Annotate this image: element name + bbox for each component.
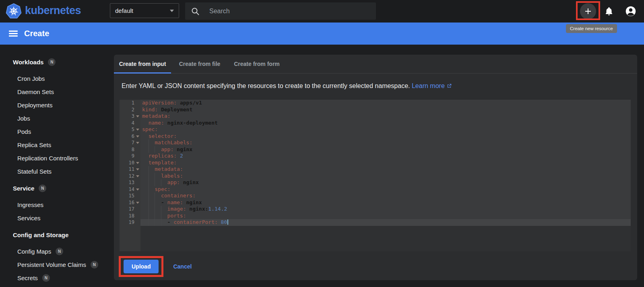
search-bar[interactable]	[185, 2, 376, 20]
code-line: labels:	[140, 173, 631, 180]
new-badge: N	[91, 261, 98, 269]
menu-icon[interactable]	[9, 29, 18, 38]
sidebar-item-stateful-sets[interactable]: Stateful Sets	[0, 165, 114, 178]
code-line: kind: Deployment	[140, 107, 631, 113]
gutter-line-number: 9	[120, 153, 140, 160]
new-badge: N	[42, 274, 50, 282]
action-row: Upload Cancel	[124, 260, 637, 273]
tooltip-create-new-resource: Create new resource	[566, 24, 617, 33]
search-input[interactable]	[209, 8, 370, 15]
code-line: - name: nginx	[140, 199, 631, 206]
gutter-line-number: 18	[120, 213, 140, 219]
code-line: matchLabels:	[140, 139, 631, 146]
sidebar-item-ingresses[interactable]: Ingresses	[0, 198, 114, 211]
account-button[interactable]	[625, 6, 636, 17]
code-line: spec:	[140, 126, 631, 133]
external-link-icon	[446, 83, 452, 89]
kubernetes-logo-icon	[6, 3, 22, 21]
gutter-line-number: 14	[120, 186, 140, 193]
sidebar-section-service[interactable]: ServiceN	[0, 181, 114, 195]
tab-create-from-input[interactable]: Create from input	[114, 55, 171, 73]
sidebar-item-deployments[interactable]: Deployments	[0, 98, 114, 112]
gutter-line-number: 5	[120, 126, 140, 133]
sidebar-item-pods[interactable]: Pods	[0, 125, 114, 138]
code-line: containers:	[140, 193, 631, 199]
sidebar-item-daemon-sets[interactable]: Daemon Sets	[0, 85, 114, 98]
page-title: Create	[24, 29, 49, 38]
new-badge: N	[56, 248, 63, 255]
fold-arrow-icon	[136, 175, 139, 177]
cancel-button[interactable]: Cancel	[173, 263, 192, 270]
instruction-text: Enter YAML or JSON content specifying th…	[122, 82, 637, 90]
gutter-line-number: 8	[120, 146, 140, 153]
fold-arrow-icon	[136, 189, 139, 191]
code-line: apiVersion: apps/v1	[140, 100, 631, 107]
annotation-box-add-button	[576, 1, 600, 20]
code-line: spec:	[140, 186, 631, 193]
code-line: template:	[140, 160, 631, 166]
account-icon	[625, 6, 636, 17]
notifications-button[interactable]	[604, 6, 614, 16]
tab-create-from-form[interactable]: Create from form	[228, 55, 285, 73]
sidebar-nav: WorkloadsNCron JobsDaemon SetsDeployment…	[0, 45, 114, 287]
code-line: ports:	[140, 213, 631, 219]
editor-gutter: 12345678910111213141516171819	[120, 100, 140, 251]
gutter-line-number: 19	[120, 219, 140, 226]
namespace-value: default	[115, 7, 133, 14]
fold-arrow-icon	[136, 168, 139, 170]
gutter-line-number: 6	[120, 133, 140, 140]
code-line: app: nginx	[140, 146, 631, 153]
gutter-line-number: 1	[120, 100, 140, 107]
app-bar: Create	[0, 23, 644, 45]
gutter-line-number: 2	[120, 107, 140, 113]
top-bar: kubernetes default	[0, 0, 644, 23]
bell-icon	[604, 6, 614, 16]
sidebar-item-persistent-volume-claims[interactable]: Persistent Volume ClaimsN	[0, 258, 114, 271]
fold-arrow-icon	[136, 129, 139, 131]
sidebar-section-workloads[interactable]: WorkloadsN	[0, 55, 114, 69]
active-tab-indicator	[114, 72, 171, 74]
sidebar-item-replica-sets[interactable]: Replica Sets	[0, 138, 114, 152]
fold-arrow-icon	[136, 115, 139, 117]
create-card: Create from input Create from file Creat…	[114, 55, 637, 280]
gutter-line-number: 17	[120, 206, 140, 213]
sidebar-item-replication-controllers[interactable]: Replication Controllers	[0, 152, 114, 165]
code-line: name: nginx-deployment	[140, 120, 631, 127]
sidebar-item-services[interactable]: Services	[0, 211, 114, 225]
brand-wordmark[interactable]: kubernetes	[25, 4, 81, 17]
gutter-line-number: 15	[120, 193, 140, 199]
fold-arrow-icon	[136, 202, 139, 204]
sidebar-item-cron-jobs[interactable]: Cron Jobs	[0, 72, 114, 85]
tab-create-from-file[interactable]: Create from file	[171, 55, 228, 73]
learn-more-link[interactable]: Learn more	[412, 82, 452, 89]
tab-bar: Create from input Create from file Creat…	[114, 55, 637, 74]
dropdown-caret-icon	[170, 10, 174, 12]
gutter-line-number: 7	[120, 139, 140, 146]
gutter-line-number: 12	[120, 173, 140, 180]
code-line: - containerPort: 80	[140, 219, 631, 226]
sidebar-item-secrets[interactable]: SecretsN	[0, 271, 114, 285]
text-cursor	[227, 219, 228, 225]
new-badge: N	[48, 58, 56, 66]
fold-arrow-icon	[136, 162, 139, 164]
gutter-line-number: 13	[120, 179, 140, 186]
code-line: app: nginx	[140, 179, 631, 186]
gutter-line-number: 3	[120, 113, 140, 120]
new-badge: N	[39, 184, 46, 192]
code-line: metadata:	[140, 166, 631, 173]
code-line: replicas: 2	[140, 153, 631, 160]
yaml-editor[interactable]: 12345678910111213141516171819 apiVersion…	[120, 100, 631, 251]
sidebar-item-config-maps[interactable]: Config MapsN	[0, 245, 114, 258]
code-line: selector:	[140, 133, 631, 140]
upload-button[interactable]: Upload	[124, 260, 159, 273]
code-line: metadata:	[140, 113, 631, 120]
fold-arrow-icon	[136, 135, 139, 137]
kubernetes-dashboard: kubernetes default	[0, 0, 644, 287]
sidebar-item-jobs[interactable]: Jobs	[0, 112, 114, 125]
sidebar-section-config-and-storage[interactable]: Config and Storage	[0, 228, 114, 242]
namespace-selector[interactable]: default	[110, 3, 179, 18]
gutter-line-number: 11	[120, 166, 140, 173]
gutter-line-number: 4	[120, 120, 140, 127]
editor-code-area: apiVersion: apps/v1kind: Deploymentmetad…	[140, 100, 631, 251]
code-line: image: nginx:1.14.2	[140, 206, 631, 213]
